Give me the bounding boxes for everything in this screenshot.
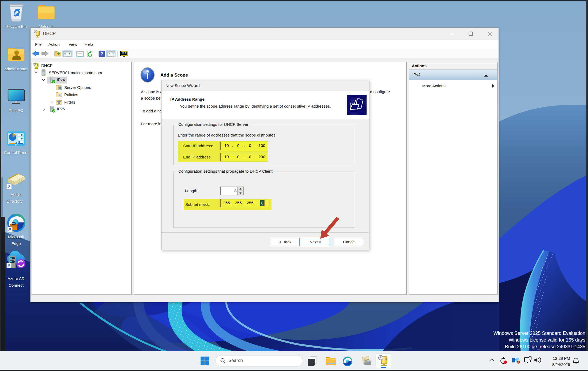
svg-text:?: ? [100, 51, 103, 56]
